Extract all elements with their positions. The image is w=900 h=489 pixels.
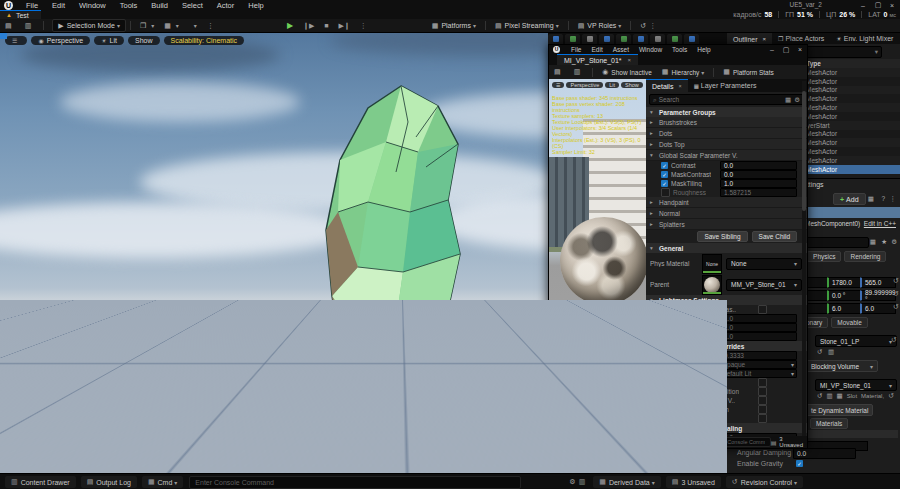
reset-icon[interactable]: ↺ [891,336,897,344]
override-checkbox[interactable] [659,396,668,405]
override-checkbox[interactable] [659,351,668,360]
hierarchy-dropdown[interactable]: ▦ Hierarchy ▾ [657,67,709,78]
save-child-button[interactable]: Save Child [752,231,797,242]
teapot-shape-button[interactable] [636,429,643,435]
override-checkbox[interactable] [659,387,668,396]
scale-y-field[interactable]: 6.0 [827,303,863,314]
world-settings-icon[interactable]: ⚙ [569,478,575,486]
derived-data-dropdown[interactable]: ▦ Derived Data ▾ [593,476,661,488]
group-global-scalar[interactable]: ▾ Global Scalar Parameter V. [646,150,807,161]
material-preview-viewport[interactable]: ☰ Perspective Lit Show Base pass shader:… [549,79,646,438]
menu-actor[interactable]: Actor [210,1,242,10]
cmd-dropdown[interactable]: ▦ Cmd ▾ [142,476,183,488]
cinematics-button[interactable]: ▾ [184,20,202,31]
scale-z-field[interactable]: 6.0 [860,303,896,314]
mi-save-button[interactable]: ▤ [549,67,569,78]
preview-lit-dropdown[interactable]: Lit [605,82,619,88]
param-value-field[interactable]: 1.0 [720,179,797,188]
output-log-button[interactable]: ▤ Output Log [613,438,657,447]
minimize-button[interactable]: – [856,2,870,9]
lit-dropdown[interactable]: ☀Lit [94,36,124,45]
menu-build[interactable]: Build [144,1,175,10]
override-checkbox[interactable] [659,360,668,369]
preview-perspective-dropdown[interactable]: Perspective [566,82,603,88]
tab-place-actors[interactable]: ❒ Place Actors [772,32,830,44]
texture-icon[interactable]: ▦ [837,392,843,400]
materials-section-chip[interactable]: Materials [810,418,848,429]
tab-level-test[interactable]: ▲ Test [0,10,41,20]
output-log-button[interactable]: ▤ Output Log [81,476,137,488]
group-dots-top[interactable]: ▸ Dots Top [646,139,807,150]
lightmass-settings-header[interactable]: ▾ Lightmass Settings [646,295,807,305]
material-property-overrides-header[interactable]: ▾ Material Property Overrides [646,341,807,351]
preview-show-dropdown[interactable]: Show [621,82,643,88]
override-checkbox[interactable] [659,414,668,423]
viewport-menu-button[interactable]: ☰ [5,36,27,45]
group-normal[interactable]: ▸ Normal [646,208,807,219]
mi-search-input[interactable]: ⌕ Search ▦ ⚙ [649,94,804,105]
angular-damping-field[interactable]: 0.0 [793,448,856,459]
value-field[interactable]: 0.3333 [720,351,797,360]
param-value-field[interactable]: 0.0 [720,170,797,179]
scrollbar[interactable] [802,81,806,436]
menu-select[interactable]: Select [175,1,210,10]
eject-button[interactable]: ▶❙ [334,20,355,31]
rotation-z-field[interactable]: 89.999999 ° [860,290,896,301]
reset-icon[interactable]: ↺ [893,290,899,298]
platforms-dropdown[interactable]: ▦ Platforms ▾ [427,20,481,31]
platform-stats-button[interactable]: ▦ Platform Stats [718,67,778,78]
use-selected-icon[interactable]: ↺ [817,348,822,356]
value-checkbox[interactable] [758,305,767,314]
override-checkbox[interactable] [663,424,672,433]
category-tab-rendering[interactable]: Rendering [844,251,886,262]
browse-icon[interactable]: ▥ [828,348,834,356]
content-browser-button[interactable]: ▥ [20,20,40,31]
perspective-dropdown[interactable]: ◉Perspective [31,36,90,45]
category-tab-physics[interactable]: Physics [807,251,841,262]
add-actor-button[interactable]: ❒▾ [135,20,159,31]
content-drawer-button[interactable]: ▥ Content Drawer [5,476,76,488]
browse-icon[interactable]: ▥ [826,392,832,400]
lock-icon[interactable]: ⋮ [890,195,897,203]
value-field[interactable]: 1.0 [720,332,797,341]
material-dropdown[interactable]: MI_VP_Stone_01▾ [815,379,897,391]
reset-icon[interactable]: ↺ [888,392,894,400]
star-icon[interactable]: ★ [881,238,887,246]
mi-titlebar[interactable]: U File Edit Asset Window Tools Help – ▢ … [549,45,807,54]
refresh-button[interactable]: ↺⋮ [635,20,661,31]
general-header[interactable]: ▾ General [646,243,807,253]
close-icon[interactable]: × [628,57,632,63]
group-brushstrokes[interactable]: ▸ Brushstrokes [646,117,807,128]
param-value-field[interactable]: 0.0 [720,161,797,170]
filter-icon[interactable]: ▦ [785,96,791,104]
param-checkbox[interactable] [661,188,670,197]
mi-menu-window[interactable]: Window [634,46,667,53]
sphere-shape-button[interactable] [618,429,625,435]
mi-asset-tab[interactable]: MI_VP_Stone_01* × [557,54,638,65]
reset-icon[interactable]: ↺ [893,303,899,311]
revision-control-dropdown[interactable]: ↺ Revision Control ▾ [726,476,803,488]
stop-button[interactable]: ■ [319,20,333,31]
mi-menu-help[interactable]: Help [692,46,715,53]
value-field[interactable]: 1.0 [720,323,797,332]
mi-maximize-button[interactable]: ▢ [779,46,793,54]
grid-icon[interactable]: ▦ [870,238,876,246]
group-dots[interactable]: ▸ Dots [646,128,807,139]
mi-close-button[interactable]: × [793,46,807,53]
blocking-volume-dropdown[interactable]: Blocking Volume▾ [806,360,878,372]
override-checkbox[interactable] [659,323,668,332]
add-component-button[interactable]: + Add [833,193,866,205]
param-checkbox[interactable] [661,162,668,169]
more-tools-button[interactable]: ⋮ [202,20,222,31]
location-y-field[interactable]: 1780.0 [827,277,863,288]
displacement-scaling-header[interactable]: ▾ Displacement Scaling [646,423,807,433]
phys-material-thumbnail[interactable]: None [702,254,722,274]
close-icon[interactable]: × [763,36,767,42]
value-checkbox[interactable] [758,414,767,423]
selection-mode-dropdown[interactable]: ▶ Selection Mode ▾ [52,19,126,32]
tab-layer-parameters[interactable]: ▦ Layer Parameters [688,79,763,92]
reset-icon[interactable]: ↺ [893,277,899,285]
mobility-movable-button[interactable]: Movable [831,317,868,328]
blend-mode-dropdown[interactable]: Opaque▾ [718,360,797,369]
play-options-button[interactable]: ⋮ [355,20,372,31]
